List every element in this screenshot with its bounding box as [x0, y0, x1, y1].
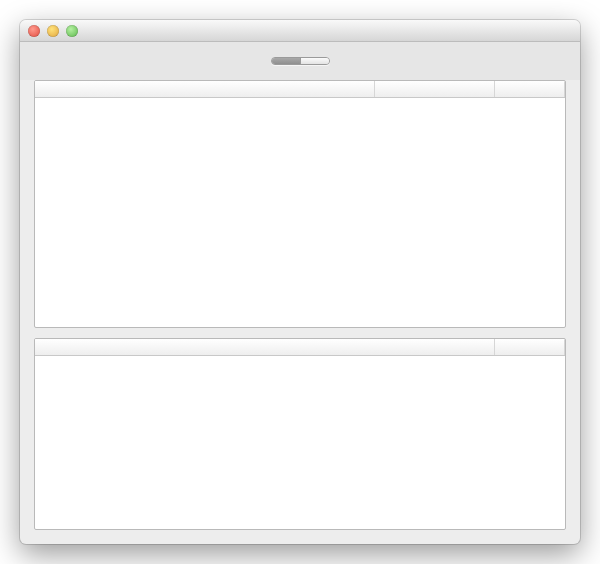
enable-table-body[interactable] [35, 98, 565, 327]
minimize-icon[interactable] [47, 25, 59, 37]
close-icon[interactable] [28, 25, 40, 37]
known-table-body[interactable] [35, 356, 565, 529]
content [20, 80, 580, 544]
titlebar [20, 20, 580, 42]
zoom-icon[interactable] [66, 25, 78, 37]
known-table-header [35, 339, 565, 356]
traffic-lights [20, 25, 78, 37]
enable-table-header [35, 81, 565, 98]
tabs [271, 57, 330, 65]
known-table [34, 338, 566, 530]
window [20, 20, 580, 544]
enable-table [34, 80, 566, 328]
col-known-code[interactable] [495, 339, 565, 355]
tab-setting[interactable] [272, 58, 301, 64]
col-known-name[interactable] [35, 339, 495, 355]
tab-bar [20, 42, 580, 80]
col-default[interactable] [375, 81, 495, 97]
tab-misc[interactable] [301, 58, 329, 64]
col-enable[interactable] [35, 81, 375, 97]
col-keycode[interactable] [495, 81, 565, 97]
